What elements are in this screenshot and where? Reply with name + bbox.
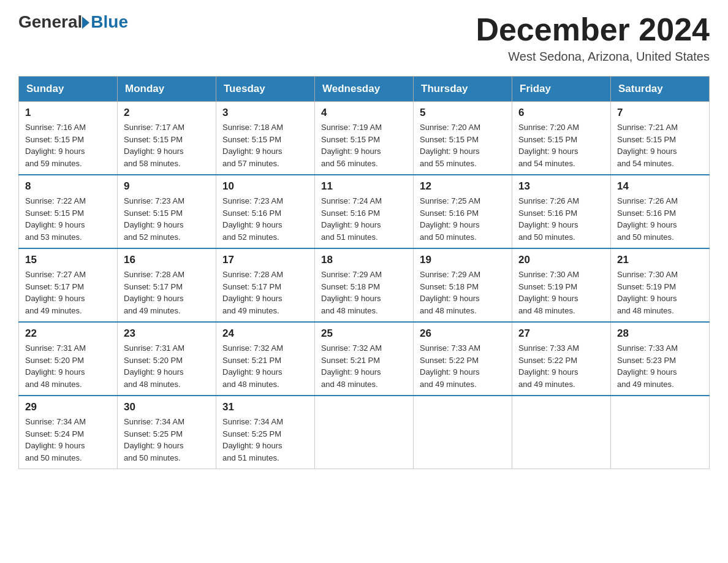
- calendar-cell: 14 Sunrise: 7:26 AM Sunset: 5:16 PM Dayl…: [611, 175, 710, 248]
- day-info: Sunrise: 7:16 AM Sunset: 5:15 PM Dayligh…: [25, 121, 111, 169]
- calendar-cell: 1 Sunrise: 7:16 AM Sunset: 5:15 PM Dayli…: [19, 102, 118, 175]
- calendar-cell: 27 Sunrise: 7:33 AM Sunset: 5:22 PM Dayl…: [512, 322, 611, 396]
- page-header: General Blue December 2024 West Sedona, …: [18, 12, 710, 64]
- calendar-cell: 12 Sunrise: 7:25 AM Sunset: 5:16 PM Dayl…: [414, 175, 512, 248]
- day-number: 24: [222, 327, 308, 340]
- logo-blue-part: Blue: [82, 12, 128, 32]
- day-number: 19: [420, 254, 506, 266]
- day-info: Sunrise: 7:24 AM Sunset: 5:16 PM Dayligh…: [321, 195, 407, 243]
- calendar-cell: 9 Sunrise: 7:23 AM Sunset: 5:15 PM Dayli…: [118, 175, 216, 248]
- day-number: 23: [124, 327, 210, 340]
- calendar-cell: 4 Sunrise: 7:19 AM Sunset: 5:15 PM Dayli…: [315, 102, 414, 175]
- calendar-header-thursday: Thursday: [414, 77, 512, 102]
- day-number: 8: [25, 180, 111, 193]
- calendar-cell: [414, 396, 512, 469]
- calendar-cell: [315, 396, 414, 469]
- calendar-cell: 11 Sunrise: 7:24 AM Sunset: 5:16 PM Dayl…: [315, 175, 414, 248]
- day-info: Sunrise: 7:26 AM Sunset: 5:16 PM Dayligh…: [617, 195, 703, 243]
- calendar-cell: 13 Sunrise: 7:26 AM Sunset: 5:16 PM Dayl…: [512, 175, 611, 248]
- calendar-cell: 3 Sunrise: 7:18 AM Sunset: 5:15 PM Dayli…: [216, 102, 315, 175]
- calendar-cell: 28 Sunrise: 7:33 AM Sunset: 5:23 PM Dayl…: [611, 322, 710, 396]
- calendar-cell: 2 Sunrise: 7:17 AM Sunset: 5:15 PM Dayli…: [118, 102, 216, 175]
- calendar-cell: 25 Sunrise: 7:32 AM Sunset: 5:21 PM Dayl…: [315, 322, 414, 396]
- day-number: 17: [222, 254, 308, 266]
- day-info: Sunrise: 7:33 AM Sunset: 5:23 PM Dayligh…: [617, 342, 703, 390]
- day-number: 9: [124, 180, 210, 193]
- calendar-week-row: 22 Sunrise: 7:31 AM Sunset: 5:20 PM Dayl…: [19, 322, 710, 396]
- day-number: 16: [124, 254, 210, 266]
- day-info: Sunrise: 7:34 AM Sunset: 5:25 PM Dayligh…: [222, 416, 308, 464]
- calendar-cell: 7 Sunrise: 7:21 AM Sunset: 5:15 PM Dayli…: [611, 102, 710, 175]
- day-number: 25: [321, 327, 407, 340]
- logo-blue-text: Blue: [91, 12, 128, 32]
- calendar-cell: 29 Sunrise: 7:34 AM Sunset: 5:24 PM Dayl…: [19, 396, 118, 469]
- day-number: 10: [222, 180, 308, 193]
- title-section: December 2024 West Sedona, Arizona, Unit…: [476, 12, 710, 64]
- calendar-header-wednesday: Wednesday: [315, 77, 414, 102]
- day-info: Sunrise: 7:33 AM Sunset: 5:22 PM Dayligh…: [518, 342, 604, 390]
- day-info: Sunrise: 7:29 AM Sunset: 5:18 PM Dayligh…: [420, 269, 506, 316]
- month-title: December 2024: [476, 12, 710, 47]
- calendar-cell: 20 Sunrise: 7:30 AM Sunset: 5:19 PM Dayl…: [512, 248, 611, 322]
- day-number: 7: [617, 107, 703, 119]
- calendar-header-sunday: Sunday: [19, 77, 118, 102]
- day-number: 13: [518, 180, 604, 193]
- calendar-cell: 17 Sunrise: 7:28 AM Sunset: 5:17 PM Dayl…: [216, 248, 315, 322]
- day-info: Sunrise: 7:20 AM Sunset: 5:15 PM Dayligh…: [518, 121, 604, 169]
- day-number: 1: [25, 107, 111, 119]
- calendar-header-tuesday: Tuesday: [216, 77, 315, 102]
- day-number: 12: [420, 180, 506, 193]
- calendar-cell: 26 Sunrise: 7:33 AM Sunset: 5:22 PM Dayl…: [414, 322, 512, 396]
- day-info: Sunrise: 7:22 AM Sunset: 5:15 PM Dayligh…: [25, 195, 111, 243]
- calendar-cell: [512, 396, 611, 469]
- calendar-cell: 24 Sunrise: 7:32 AM Sunset: 5:21 PM Dayl…: [216, 322, 315, 396]
- day-info: Sunrise: 7:25 AM Sunset: 5:16 PM Dayligh…: [420, 195, 506, 243]
- day-info: Sunrise: 7:26 AM Sunset: 5:16 PM Dayligh…: [518, 195, 604, 243]
- calendar-cell: 30 Sunrise: 7:34 AM Sunset: 5:25 PM Dayl…: [118, 396, 216, 469]
- calendar-cell: 31 Sunrise: 7:34 AM Sunset: 5:25 PM Dayl…: [216, 396, 315, 469]
- day-info: Sunrise: 7:20 AM Sunset: 5:15 PM Dayligh…: [420, 121, 506, 169]
- calendar-cell: 22 Sunrise: 7:31 AM Sunset: 5:20 PM Dayl…: [19, 322, 118, 396]
- day-info: Sunrise: 7:33 AM Sunset: 5:22 PM Dayligh…: [420, 342, 506, 390]
- day-info: Sunrise: 7:23 AM Sunset: 5:15 PM Dayligh…: [124, 195, 210, 243]
- calendar-header-row: SundayMondayTuesdayWednesdayThursdayFrid…: [19, 77, 710, 102]
- day-info: Sunrise: 7:30 AM Sunset: 5:19 PM Dayligh…: [518, 269, 604, 316]
- calendar-header-friday: Friday: [512, 77, 611, 102]
- calendar-header-saturday: Saturday: [611, 77, 710, 102]
- calendar-cell: 19 Sunrise: 7:29 AM Sunset: 5:18 PM Dayl…: [414, 248, 512, 322]
- calendar-week-row: 15 Sunrise: 7:27 AM Sunset: 5:17 PM Dayl…: [19, 248, 710, 322]
- calendar-week-row: 29 Sunrise: 7:34 AM Sunset: 5:24 PM Dayl…: [19, 396, 710, 469]
- logo-general-text: General: [18, 12, 82, 32]
- logo-arrow-icon: [82, 17, 89, 29]
- day-info: Sunrise: 7:34 AM Sunset: 5:25 PM Dayligh…: [124, 416, 210, 464]
- day-info: Sunrise: 7:21 AM Sunset: 5:15 PM Dayligh…: [617, 121, 703, 169]
- location-text: West Sedona, Arizona, United States: [476, 50, 710, 64]
- calendar-week-row: 8 Sunrise: 7:22 AM Sunset: 5:15 PM Dayli…: [19, 175, 710, 248]
- day-info: Sunrise: 7:27 AM Sunset: 5:17 PM Dayligh…: [25, 269, 111, 316]
- day-info: Sunrise: 7:28 AM Sunset: 5:17 PM Dayligh…: [124, 269, 210, 316]
- day-number: 5: [420, 107, 506, 119]
- calendar-cell: 6 Sunrise: 7:20 AM Sunset: 5:15 PM Dayli…: [512, 102, 611, 175]
- day-info: Sunrise: 7:32 AM Sunset: 5:21 PM Dayligh…: [222, 342, 308, 390]
- day-number: 11: [321, 180, 407, 193]
- day-info: Sunrise: 7:19 AM Sunset: 5:15 PM Dayligh…: [321, 121, 407, 169]
- day-info: Sunrise: 7:34 AM Sunset: 5:24 PM Dayligh…: [25, 416, 111, 464]
- calendar-cell: 8 Sunrise: 7:22 AM Sunset: 5:15 PM Dayli…: [19, 175, 118, 248]
- day-number: 3: [222, 107, 308, 119]
- day-number: 27: [518, 327, 604, 340]
- day-number: 18: [321, 254, 407, 266]
- day-info: Sunrise: 7:18 AM Sunset: 5:15 PM Dayligh…: [222, 121, 308, 169]
- day-number: 29: [25, 401, 111, 413]
- day-info: Sunrise: 7:23 AM Sunset: 5:16 PM Dayligh…: [222, 195, 308, 243]
- day-number: 4: [321, 107, 407, 119]
- day-info: Sunrise: 7:30 AM Sunset: 5:19 PM Dayligh…: [617, 269, 703, 316]
- calendar-header-monday: Monday: [118, 77, 216, 102]
- calendar-cell: 15 Sunrise: 7:27 AM Sunset: 5:17 PM Dayl…: [19, 248, 118, 322]
- day-info: Sunrise: 7:31 AM Sunset: 5:20 PM Dayligh…: [25, 342, 111, 390]
- calendar-cell: 5 Sunrise: 7:20 AM Sunset: 5:15 PM Dayli…: [414, 102, 512, 175]
- calendar-table: SundayMondayTuesdayWednesdayThursdayFrid…: [18, 76, 710, 469]
- day-number: 20: [518, 254, 604, 266]
- calendar-cell: 10 Sunrise: 7:23 AM Sunset: 5:16 PM Dayl…: [216, 175, 315, 248]
- day-info: Sunrise: 7:29 AM Sunset: 5:18 PM Dayligh…: [321, 269, 407, 316]
- day-number: 22: [25, 327, 111, 340]
